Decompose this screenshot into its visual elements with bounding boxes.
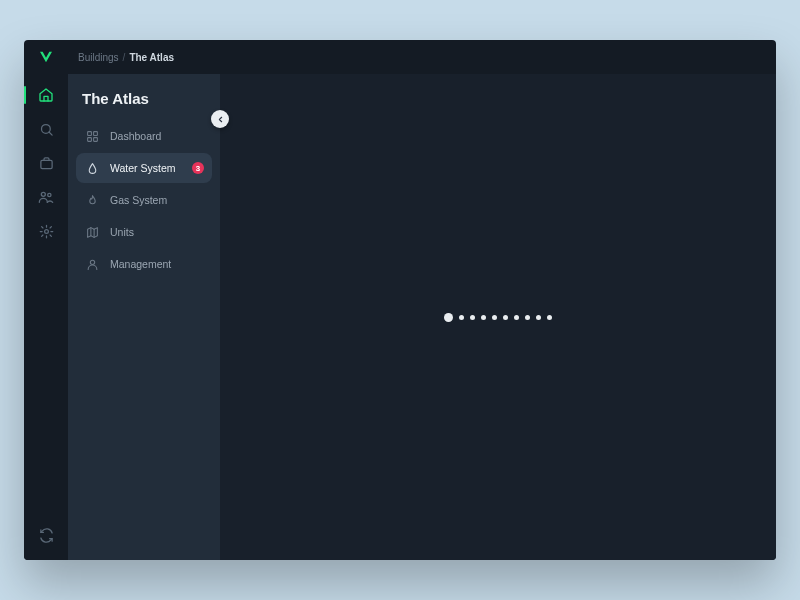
rail-item-users[interactable] — [31, 182, 61, 212]
home-icon — [38, 87, 54, 103]
flame-icon — [84, 194, 100, 207]
loader-dot — [525, 315, 530, 320]
svg-point-3 — [41, 192, 45, 196]
svg-rect-2 — [40, 160, 51, 168]
loader-dot — [481, 315, 486, 320]
svg-rect-6 — [87, 131, 91, 135]
breadcrumb-separator: / — [123, 52, 126, 63]
sidebar-item-label: Gas System — [110, 194, 167, 206]
map-icon — [84, 226, 100, 239]
loader-dot — [503, 315, 508, 320]
main-content — [220, 74, 776, 560]
chevron-left-icon — [216, 115, 225, 124]
sidebar-item-units[interactable]: Units — [76, 217, 212, 247]
breadcrumb-parent[interactable]: Buildings — [78, 52, 119, 63]
app-window: Buildings / The Atlas — [24, 40, 776, 560]
collapse-sidebar-button[interactable] — [211, 110, 229, 128]
loader-dot — [492, 315, 497, 320]
sync-icon — [39, 528, 54, 543]
rail-item-search[interactable] — [31, 114, 61, 144]
breadcrumb: Buildings / The Atlas — [24, 40, 776, 74]
sidebar: The Atlas Dashboard Water Syste — [68, 74, 220, 560]
icon-rail — [24, 74, 68, 560]
briefcase-icon — [39, 156, 54, 171]
svg-point-13 — [90, 260, 94, 264]
loader-dot — [536, 315, 541, 320]
page-title: The Atlas — [68, 86, 220, 121]
sidebar-item-dashboard[interactable]: Dashboard — [76, 121, 212, 151]
svg-point-5 — [44, 229, 48, 233]
loading-indicator — [444, 313, 552, 322]
loader-dot — [470, 315, 475, 320]
loader-dot — [459, 315, 464, 320]
search-icon — [39, 122, 54, 137]
svg-line-1 — [49, 132, 52, 135]
sidebar-item-label: Dashboard — [110, 130, 161, 142]
loader-dot — [547, 315, 552, 320]
droplet-icon — [84, 162, 100, 175]
notification-badge: 3 — [192, 162, 204, 174]
gear-icon — [39, 224, 54, 239]
sidebar-item-label: Water System — [110, 162, 176, 174]
breadcrumb-current: The Atlas — [129, 52, 174, 63]
users-icon — [38, 189, 54, 205]
rail-item-briefcase[interactable] — [31, 148, 61, 178]
svg-rect-7 — [93, 131, 97, 135]
grid-icon — [84, 130, 100, 143]
rail-item-home[interactable] — [31, 80, 61, 110]
sidebar-item-management[interactable]: Management — [76, 249, 212, 279]
loader-dot — [444, 313, 453, 322]
sidebar-item-water-system[interactable]: Water System 3 — [76, 153, 212, 183]
sidebar-item-label: Management — [110, 258, 171, 270]
rail-item-sync[interactable] — [31, 520, 61, 550]
sidebar-item-label: Units — [110, 226, 134, 238]
user-icon — [84, 258, 100, 271]
svg-rect-9 — [93, 137, 97, 141]
svg-rect-8 — [87, 137, 91, 141]
loader-dot — [514, 315, 519, 320]
rail-item-settings[interactable] — [31, 216, 61, 246]
sidebar-nav: Dashboard Water System 3 Gas System — [68, 121, 220, 279]
svg-point-4 — [48, 193, 51, 196]
sidebar-item-gas-system[interactable]: Gas System — [76, 185, 212, 215]
svg-marker-10 — [87, 227, 97, 237]
app-logo-icon[interactable] — [37, 48, 55, 66]
